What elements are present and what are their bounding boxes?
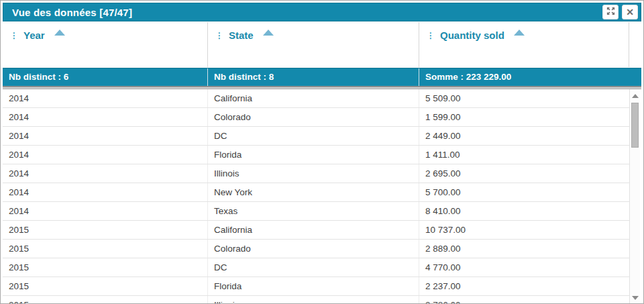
cell-quantity-sold: 2 889.00	[419, 240, 629, 258]
table-row[interactable]: 2014 New York 5 700.00	[3, 183, 629, 202]
table-row[interactable]: 2015 Colorado 2 889.00	[3, 240, 629, 258]
cell-state: Florida	[208, 146, 419, 164]
column-title[interactable]: State	[229, 30, 254, 41]
column-menu-icon[interactable]: ⋮	[427, 32, 435, 40]
column-menu-icon[interactable]: ⋮	[10, 32, 18, 40]
cell-quantity-sold: 5 509.00	[419, 89, 629, 107]
cell-year: 2014	[3, 89, 208, 107]
column-header-year: ⋮ Year	[3, 22, 208, 67]
table-row[interactable]: 2015 California 10 737.00	[3, 221, 629, 240]
sort-ascending-icon[interactable]	[514, 30, 525, 36]
aggregate-quantity-sum: Somme : 223 229.00	[419, 68, 641, 86]
table-rows: 2014 California 5 509.00 2014 Colorado 1…	[3, 89, 629, 304]
cell-year: 2015	[3, 277, 208, 295]
scroll-up-icon[interactable]	[632, 94, 639, 98]
cell-state: Florida	[208, 277, 419, 295]
title-bar: Vue des données [47/47] ✕	[3, 3, 641, 21]
cell-year: 2014	[3, 146, 208, 164]
cell-year: 2014	[3, 164, 208, 183]
cell-quantity-sold: 2 237.00	[419, 277, 629, 295]
cell-year: 2015	[3, 296, 208, 304]
data-view-window: Vue des données [47/47] ✕	[0, 0, 644, 304]
cell-state: DC	[208, 258, 419, 276]
cell-state: California	[208, 89, 419, 107]
aggregate-year: Nb distinct : 6	[3, 68, 208, 86]
cell-quantity-sold: 4 770.00	[419, 258, 629, 276]
cell-state: Colorado	[208, 240, 419, 258]
cell-year: 2014	[3, 108, 208, 126]
cell-state: Texas	[208, 202, 419, 220]
cell-state: Colorado	[208, 108, 419, 126]
column-menu-icon[interactable]: ⋮	[215, 32, 223, 40]
table-row[interactable]: 2014 Colorado 1 599.00	[3, 108, 629, 127]
aggregate-state: Nb distinct : 8	[208, 68, 419, 86]
cell-year: 2015	[3, 240, 208, 258]
table-row[interactable]: 2014 Illinois 2 695.00	[3, 164, 629, 183]
column-header-label-row: ⋮ Quantity sold	[419, 22, 629, 42]
cell-state: California	[208, 221, 419, 239]
column-title[interactable]: Year	[23, 30, 45, 41]
cell-quantity-sold: 3 786.00	[419, 296, 629, 304]
table-row[interactable]: 2014 Texas 8 410.00	[3, 202, 629, 221]
cell-quantity-sold: 5 700.00	[419, 183, 629, 201]
cell-state: DC	[208, 127, 419, 145]
cell-state: Illinois	[208, 296, 419, 304]
cell-year: 2015	[3, 221, 208, 239]
vertical-scrollbar[interactable]	[629, 89, 640, 304]
expand-icon	[606, 6, 615, 18]
column-header-label-row: ⋮ Year	[3, 22, 207, 42]
column-header-quantity-sold: ⋮ Quantity sold	[419, 22, 629, 67]
table-row[interactable]: 2015 Florida 2 237.00	[3, 277, 629, 296]
window-controls: ✕	[602, 5, 638, 19]
scroll-down-icon[interactable]	[632, 296, 639, 300]
cell-quantity-sold: 2 449.00	[419, 127, 629, 145]
table-body: 2014 California 5 509.00 2014 Colorado 1…	[3, 89, 641, 304]
column-title[interactable]: Quantity sold	[440, 30, 504, 41]
column-header-state: ⋮ State	[208, 22, 419, 67]
close-icon: ✕	[626, 7, 634, 17]
column-header-label-row: ⋮ State	[208, 22, 419, 42]
cell-year: 2014	[3, 127, 208, 145]
cell-state: New York	[208, 183, 419, 201]
window-title: Vue des données [47/47]	[3, 7, 132, 18]
cell-quantity-sold: 1 411.00	[419, 146, 629, 164]
aggregate-row: Nb distinct : 6 Nb distinct : 8 Somme : …	[3, 68, 641, 86]
cell-state: Illinois	[208, 164, 419, 183]
cell-quantity-sold: 8 410.00	[419, 202, 629, 220]
cell-year: 2014	[3, 202, 208, 220]
cell-year: 2014	[3, 183, 208, 201]
cell-quantity-sold: 2 695.00	[419, 164, 629, 183]
table-row[interactable]: 2015 DC 4 770.00	[3, 258, 629, 277]
scrollbar-thumb[interactable]	[631, 103, 639, 148]
sort-ascending-icon[interactable]	[54, 30, 65, 36]
sort-ascending-icon[interactable]	[263, 30, 274, 36]
close-button[interactable]: ✕	[622, 5, 638, 19]
table-row[interactable]: 2014 Florida 1 411.00	[3, 146, 629, 164]
cell-year: 2015	[3, 258, 208, 276]
expand-button[interactable]	[602, 5, 619, 19]
cell-quantity-sold: 1 599.00	[419, 108, 629, 126]
table-row[interactable]: 2014 California 5 509.00	[3, 89, 629, 108]
table-row[interactable]: 2015 Illinois 3 786.00	[3, 296, 629, 304]
cell-quantity-sold: 10 737.00	[419, 221, 629, 239]
table-row[interactable]: 2014 DC 2 449.00	[3, 127, 629, 146]
